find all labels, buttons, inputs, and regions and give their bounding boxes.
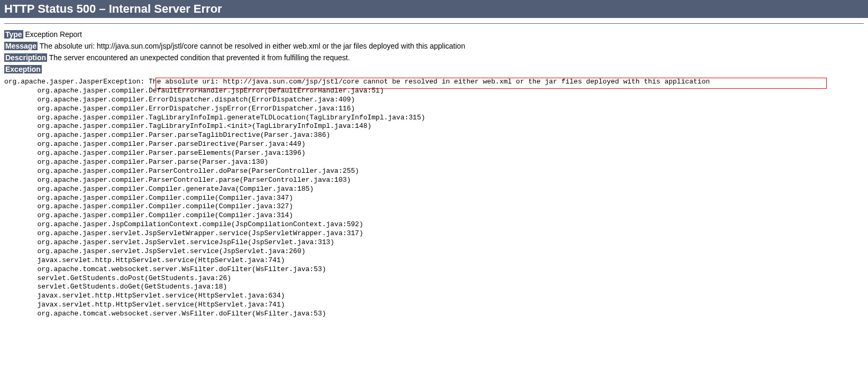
divider <box>4 23 864 24</box>
message-line: Message The absolute uri: http://java.su… <box>4 42 864 50</box>
message-label: Message <box>4 42 38 50</box>
description-label: Description <box>4 53 47 62</box>
message-value: The absolute uri: http://java.sun.com/js… <box>38 42 465 50</box>
stacktrace: org.apache.jasper.JasperException: The a… <box>4 78 864 319</box>
exception-label: Exception <box>4 65 42 73</box>
type-value: Exception Report <box>23 30 82 39</box>
description-line: Description The server encountered an un… <box>4 53 864 62</box>
page-title: HTTP Status 500 – Internal Server Error <box>0 0 868 18</box>
type-line: Type Exception Report <box>4 30 864 39</box>
type-label: Type <box>4 30 23 39</box>
stacktrace-container: org.apache.jasper.JasperException: The a… <box>4 78 864 319</box>
description-value: The server encountered an unexpected con… <box>47 53 350 62</box>
exception-header: Exception <box>4 65 864 73</box>
